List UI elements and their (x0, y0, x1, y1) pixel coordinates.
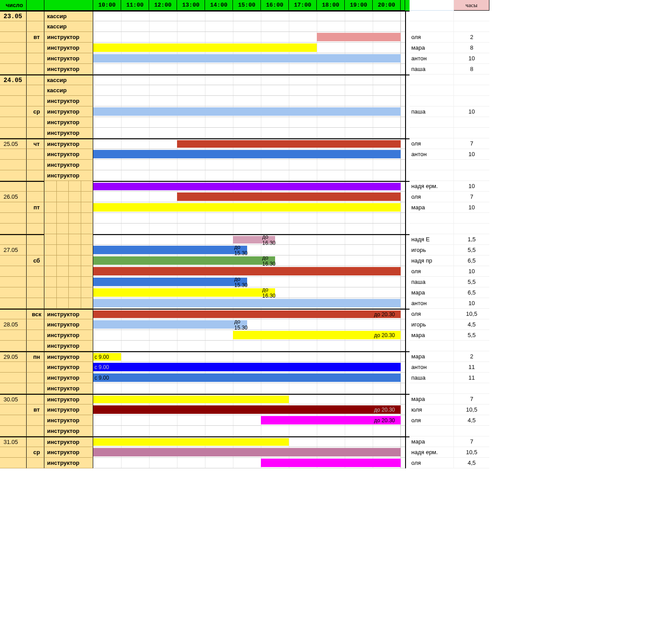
role-cell-mini (44, 192, 93, 202)
weekday-cell (27, 341, 44, 351)
hours-cell: 10 (454, 181, 489, 192)
separator-col (405, 192, 410, 202)
schedule-row: втинструктордо 20.30юля10,5 (0, 404, 491, 415)
weekday-cell (27, 160, 44, 170)
hours-cell: 10,5 (454, 404, 489, 415)
role-cell: кассир (44, 21, 93, 32)
separator-col (405, 149, 410, 160)
separator-col (405, 298, 410, 309)
schedule-row: сбдо 16.30надя пр6,5 (0, 255, 491, 266)
date-cell (0, 373, 27, 383)
timeline-cell (93, 298, 405, 309)
person-name-cell (410, 75, 454, 85)
role-cell-mini (44, 224, 93, 234)
schedule-row: кассир (0, 85, 491, 96)
role-cell-mini (44, 181, 93, 192)
weekday-cell: вт (27, 404, 44, 415)
shift-bar: до 15.30 (93, 246, 247, 254)
person-name-cell (410, 96, 454, 106)
shift-bar (317, 33, 401, 41)
header-time-cell: 14:00 (205, 0, 233, 11)
separator-col (405, 383, 410, 394)
timeline-cell (93, 383, 405, 394)
date-cell: 24.05 (0, 75, 27, 85)
header-time-cell: 10:00 (93, 0, 121, 11)
timeline-cell: до 16.30 (93, 234, 405, 245)
schedule-row: инструктороля4,5 (0, 458, 491, 468)
header-day-col (27, 0, 44, 11)
person-name-cell (410, 21, 454, 32)
role-cell: инструктор (44, 319, 93, 330)
shift-bar-label: до 15.30 (233, 320, 248, 329)
schedule-row: 29.05пнинструкторс 9.00мара2 (0, 351, 491, 362)
timeline-cell (93, 138, 405, 149)
separator-col (405, 415, 410, 426)
separator-col (405, 224, 410, 234)
header-pad (401, 0, 405, 11)
timeline-cell (93, 224, 405, 234)
schedule-row: втинструктороля2 (0, 32, 491, 43)
hours-cell (454, 426, 489, 436)
role-cell: инструктор (44, 415, 93, 426)
date-cell (0, 213, 27, 224)
person-name-cell: оля (410, 458, 454, 468)
role-cell: инструктор (44, 128, 93, 138)
role-cell: инструктор (44, 117, 93, 128)
shift-bar: с 9.00 (93, 373, 401, 382)
shift-bar: до 20.30 (233, 331, 401, 339)
hours-cell: 1,5 (454, 234, 489, 245)
person-name-cell: паша (410, 277, 454, 287)
weekday-cell (27, 192, 44, 202)
weekday-cell: пн (27, 351, 44, 362)
shift-bar (93, 438, 289, 446)
schedule-row: инструктор (0, 341, 491, 351)
role-cell: инструктор (44, 309, 93, 319)
timeline-cell (93, 436, 405, 447)
schedule-row: до 16.30мара6,5 (0, 287, 491, 298)
timeline-cell (93, 202, 405, 213)
hours-cell: 10 (454, 106, 489, 117)
person-name-cell: антон (410, 53, 454, 64)
weekday-cell (27, 287, 44, 298)
date-cell (0, 447, 27, 458)
hours-cell: 7 (454, 436, 489, 447)
weekday-cell (27, 43, 44, 53)
timeline-cell (93, 64, 405, 75)
separator-col (405, 309, 410, 319)
weekday-cell (27, 362, 44, 373)
timeline-cell: с 9.00 (93, 351, 405, 362)
timeline-cell (93, 160, 405, 170)
timeline-cell (93, 21, 405, 32)
weekday-cell: сб (27, 255, 44, 266)
timeline-cell (93, 117, 405, 128)
person-name-cell: паша (410, 373, 454, 383)
person-name-cell (410, 213, 454, 224)
separator-col (405, 277, 410, 287)
role-cell: инструктор (44, 362, 93, 373)
header-time-cell: 19:00 (345, 0, 373, 11)
person-name-cell (410, 383, 454, 394)
role-cell: инструктор (44, 53, 93, 64)
separator-col (405, 43, 410, 53)
hours-cell (454, 75, 489, 85)
date-cell: 27.05 (0, 245, 27, 255)
date-cell (0, 426, 27, 436)
schedule-row: инструктор (0, 117, 491, 128)
role-cell: инструктор (44, 426, 93, 436)
date-cell (0, 383, 27, 394)
hours-cell: 8 (454, 64, 489, 75)
schedule-row: инструкторпаша8 (0, 64, 491, 75)
shift-bar-label: до 16.30 (261, 236, 276, 243)
person-name-cell: мара (410, 287, 454, 298)
separator-col (405, 64, 410, 75)
weekday-cell (27, 224, 44, 234)
weekday-cell (27, 383, 44, 394)
shift-bar: до 16.30 (93, 288, 275, 297)
hours-cell (454, 213, 489, 224)
separator-col (405, 362, 410, 373)
hours-cell: 11 (454, 373, 489, 383)
role-cell: инструктор (44, 138, 93, 149)
header-row: число 10:0011:0012:0013:0014:0015:0016:0… (0, 0, 491, 11)
shift-bar-label: до 20.30 (373, 416, 395, 424)
shift-bar: до 16.30 (233, 236, 275, 243)
